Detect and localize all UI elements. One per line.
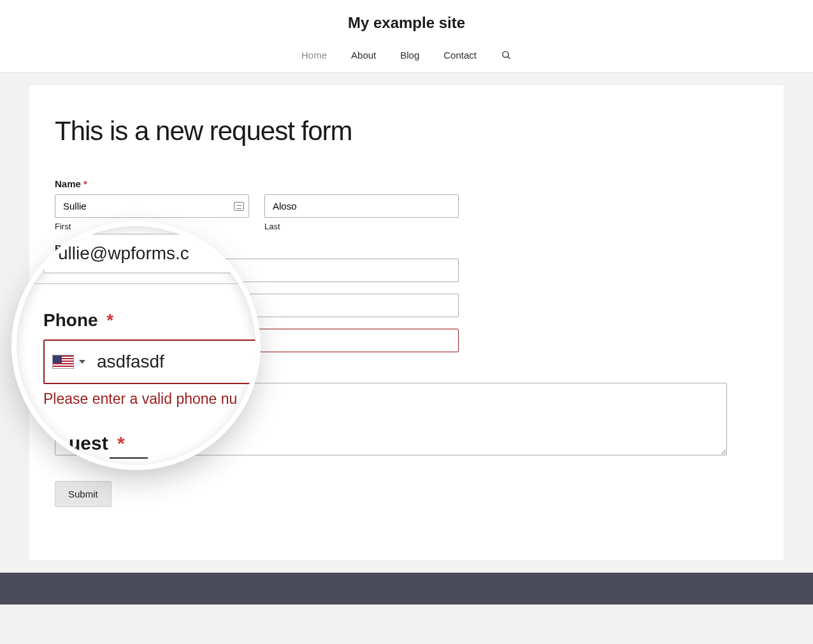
business-email-label-text: Business Email	[55, 243, 126, 254]
nav-blog[interactable]: Blog	[400, 50, 419, 61]
last-name-input[interactable]	[264, 194, 459, 218]
submit-button[interactable]: Submit	[55, 481, 112, 507]
business-email-label: Business Email *	[55, 243, 758, 254]
name-field: Name * First Last	[55, 178, 758, 231]
request-field	[55, 383, 758, 458]
page-title: This is a new request form	[55, 116, 758, 147]
primary-nav: Home About Blog Contact	[0, 50, 813, 72]
autofill-icon	[234, 202, 244, 211]
site-title: My example site	[0, 14, 813, 32]
phone-error-message: Please enter a valid phone number.	[55, 356, 758, 366]
footer-strip	[0, 573, 813, 605]
required-asterisk: *	[83, 178, 87, 189]
request-textarea[interactable]	[55, 383, 727, 455]
required-asterisk: *	[128, 243, 132, 254]
nav-contact[interactable]: Contact	[443, 50, 477, 61]
last-sublabel: Last	[264, 222, 459, 231]
site-header: My example site Home About Blog Contact	[0, 0, 813, 73]
business-email-field: Business Email *	[55, 243, 758, 282]
page-card: This is a new request form Name * First …	[29, 85, 784, 560]
svg-point-0	[503, 52, 508, 57]
phone-field: Please enter a valid phone number.	[55, 329, 758, 366]
address-field	[55, 294, 758, 317]
business-email-input[interactable]	[55, 259, 459, 282]
nav-about[interactable]: About	[351, 50, 376, 61]
name-label-text: Name	[55, 178, 81, 189]
nav-home[interactable]: Home	[301, 50, 327, 61]
name-label: Name *	[55, 178, 758, 189]
first-sublabel: First	[55, 222, 249, 231]
phone-input[interactable]	[55, 329, 459, 352]
address-input[interactable]	[55, 294, 459, 317]
svg-line-1	[508, 57, 510, 59]
search-icon[interactable]	[501, 50, 512, 61]
first-name-input[interactable]	[55, 194, 249, 218]
